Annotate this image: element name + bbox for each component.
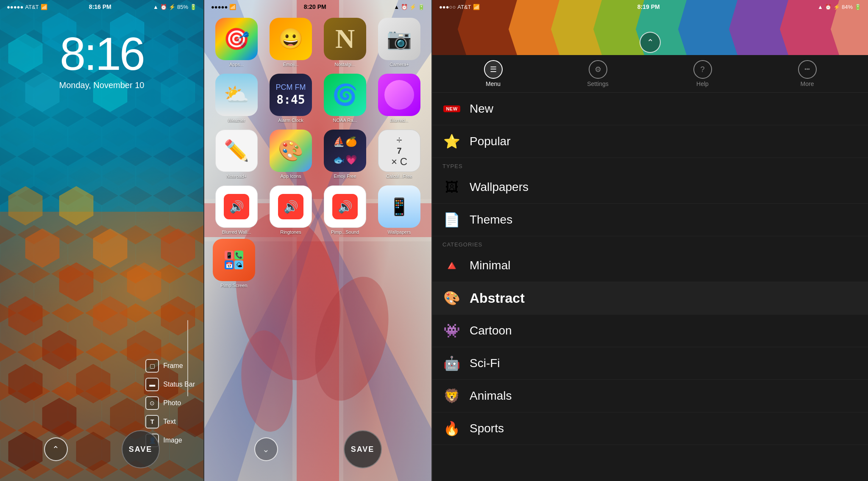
menu-item-cartoon[interactable]: 👾 Cartoon [432,315,868,347]
nostalgia-icon: N [324,18,366,60]
frame-icon: ▢ [145,359,159,373]
menu-wifi: 📶 [473,4,480,10]
cartoon-label: Cartoon [470,324,512,337]
menu-item-minimal[interactable]: 🔺 Minimal [432,249,868,282]
list-item[interactable]: 🎯 Apps... [213,18,260,67]
appicons-icon: 🎨 [270,130,312,172]
tab-settings[interactable]: ⚙ Settings [581,60,615,87]
tab-menu[interactable]: ☰ Menu [476,60,510,87]
menu-item-popular[interactable]: ⭐ Popular [432,125,868,158]
folder-item-2: 📞 [234,251,243,260]
notepad-label: Notepad+ [226,174,247,179]
menu-status-left: ●●●○○ AT&T 📶 [439,4,480,10]
connector-line [187,320,188,396]
ringtones-label: Ringtones [280,229,301,235]
folder-item-3: 📅 [225,260,234,269]
nav-tabs: ☰ Menu ⚙ Settings ? Help ••• More [432,55,868,93]
header-up-button[interactable]: ⌃ [640,32,661,53]
list-item[interactable]: 📱 📞 📅 🌤 Pimp Screen [213,239,255,288]
list-item[interactable]: ✏️ Notepad+ [213,130,260,179]
photo-control[interactable]: ⊙ Photo [145,396,195,410]
wallpapers-inner: 📱 [378,185,420,228]
carrier-label: AT&T [25,4,39,10]
menu-item-abstract[interactable]: 🎨 Abstract [432,282,868,315]
list-item[interactable]: ⛅ Weather [213,74,260,123]
new-badge-container: NEW [442,100,461,118]
app-down-arrow-button[interactable]: ⌄ [254,437,278,461]
emoji-label: Emoji... [283,62,299,67]
more-tab-label: More [801,80,814,87]
apps-icon: 🎯 [215,18,258,60]
alarm-label: Alarm Clock [278,118,303,123]
lock-time: 8:16 [0,30,203,77]
menu-item-animals[interactable]: 🦁 Animals [432,380,868,412]
header-up-icon: ⌃ [647,37,654,47]
lock-date: Monday, November 10 [0,80,203,90]
new-badge: NEW [443,105,460,112]
lock-status-right: ▲ ⏰ ⚡ 85% 🔋 [153,4,197,10]
camera-label: Camera+ [389,62,409,67]
list-item[interactable]: ⛵ 🍊 🐟 💗 Emoji Free [321,130,369,179]
wifi-icon: 📶 [41,4,47,10]
blurred-icon [378,74,420,116]
list-item[interactable]: N Nostalgi... [321,18,369,67]
types-section-header: TYPES [432,158,868,171]
list-item[interactable]: 🔊 Blurred Wall... [213,185,260,235]
folder-item-4: 🌤 [234,260,243,269]
list-item[interactable]: PCM FM 8:45 Alarm Clock [267,74,314,123]
photo-label: Photo [163,399,181,407]
calc-label: Calcul...Free [386,174,412,179]
save-label-app: SAVE [351,445,375,454]
save-button-lock[interactable]: SAVE [122,430,160,468]
menu-signal-dots: ●●●○○ [439,4,456,10]
statusbar-label: Status Bar [163,381,195,388]
menu-alarm-icon: ⏰ [825,4,832,10]
menu-item-themes[interactable]: 📄 Themes [432,204,868,236]
text-label: Text [163,418,175,426]
app-status-right: ▲ ⏰ ⚡ 🔋 [394,4,425,10]
menu-item-new[interactable]: NEW New [432,93,868,125]
frame-label: Frame [163,362,183,370]
menu-status-bar: ●●●○○ AT&T 📶 8:19 PM ▲ ⏰ ⚡ 84% 🔋 [432,0,868,14]
menu-item-wallpapers[interactable]: 🖼 Wallpapers [432,171,868,204]
up-arrow-button[interactable]: ⌃ [44,437,68,461]
list-item[interactable]: 📷 Camera+ [376,18,423,67]
list-item[interactable]: 🎨 App Icons [267,130,314,179]
text-control[interactable]: T Text [145,415,195,428]
pimpsound-icon: 🔊 [324,185,366,228]
signal-dots: ●●●●● [7,4,23,10]
menu-item-sports[interactable]: 🔥 Sports [432,412,868,445]
battery-label: 85% [177,4,188,10]
app-status-bar: ●●●●● 📶 8:20 PM ▲ ⏰ ⚡ 🔋 [204,0,431,14]
down-arrow-icon: ⌄ [262,444,270,454]
menu-battery-icon: 🔋 [854,4,861,10]
list-item[interactable]: Blurred... [376,74,423,123]
time-display: 8:16 Monday, November 10 [0,30,203,90]
list-item[interactable]: 📱 Wallpapers [376,185,423,235]
photo-icon: ⊙ [145,396,159,410]
types-header-text: TYPES [442,163,463,169]
tab-more[interactable]: ••• More [790,60,824,87]
list-item[interactable]: 😀 Emoji... [267,18,314,67]
bluetooth-icon: ⚡ [169,4,175,10]
list-item[interactable]: 🔊 Pimp...Sound [321,185,369,235]
blwall-label: Blurred Wall... [222,229,251,235]
minimal-label: Minimal [470,259,510,272]
tab-help[interactable]: ? Help [686,60,720,87]
pimpsound-inner: 🔊 [332,194,358,219]
popular-label: Popular [470,135,511,148]
list-item[interactable]: ÷ 7 × C Calcul...Free [376,130,423,179]
categories-section-header: CATEGORIES [432,236,868,249]
save-button-app[interactable]: SAVE [344,430,382,468]
radar-icon: 🌀 [324,74,366,116]
list-item[interactable]: 🌀 NOAA Ra... [321,74,369,123]
list-item[interactable]: 🔊 Ringtones [267,185,314,235]
cartoon-icon: 👾 [442,321,461,340]
statusbar-icon: ▬ [145,378,159,391]
menu-item-scifi[interactable]: 🤖 Sci-Fi [432,347,868,380]
location-icon: ▲ [153,4,159,10]
menu-screen-panel: ●●●○○ AT&T 📶 8:19 PM ▲ ⏰ ⚡ 84% 🔋 ⌃ ☰ Men… [432,0,868,481]
abstract-icon: 🎨 [442,289,461,307]
app-screen-panel: ●●●●● 📶 8:20 PM ▲ ⏰ ⚡ 🔋 🎯 Apps... 😀 Emoj… [203,0,432,481]
alarm-icon: PCM FM 8:45 [270,74,312,116]
